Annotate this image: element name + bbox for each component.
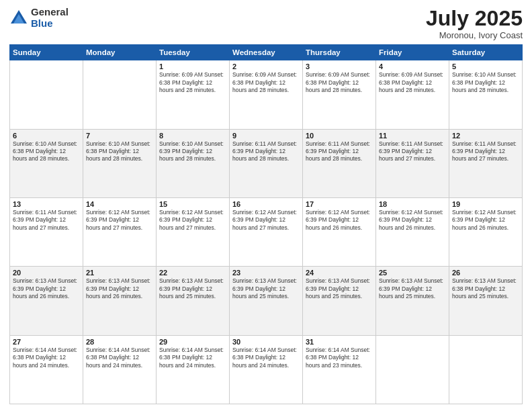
day-info: Sunrise: 6:10 AM Sunset: 6:38 PM Dayligh… [452, 71, 519, 94]
day-number: 19 [452, 200, 519, 208]
day-number: 27 [13, 338, 80, 346]
day-info: Sunrise: 6:14 AM Sunset: 6:38 PM Dayligh… [159, 347, 226, 369]
day-cell: 12Sunrise: 6:11 AM Sunset: 6:39 PM Dayli… [449, 129, 523, 197]
day-info: Sunrise: 6:14 AM Sunset: 6:38 PM Dayligh… [306, 347, 373, 369]
title-block: July 2025 Moronou, Ivory Coast [426, 7, 523, 40]
day-number: 13 [13, 200, 80, 208]
day-info: Sunrise: 6:13 AM Sunset: 6:39 PM Dayligh… [232, 277, 300, 300]
day-cell: 2Sunrise: 6:09 AM Sunset: 6:38 PM Daylig… [230, 60, 303, 129]
day-number: 7 [86, 132, 153, 140]
day-info: Sunrise: 6:12 AM Sunset: 6:39 PM Dayligh… [452, 209, 519, 232]
day-info: Sunrise: 6:13 AM Sunset: 6:39 PM Dayligh… [13, 277, 80, 300]
day-number: 4 [379, 62, 446, 71]
day-info: Sunrise: 6:12 AM Sunset: 6:39 PM Dayligh… [306, 209, 373, 232]
day-info: Sunrise: 6:10 AM Sunset: 6:38 PM Dayligh… [86, 140, 153, 163]
day-info: Sunrise: 6:14 AM Sunset: 6:38 PM Dayligh… [13, 347, 80, 369]
day-cell: 3Sunrise: 6:09 AM Sunset: 6:38 PM Daylig… [303, 60, 376, 129]
day-info: Sunrise: 6:13 AM Sunset: 6:39 PM Dayligh… [379, 277, 446, 300]
day-info: Sunrise: 6:11 AM Sunset: 6:39 PM Dayligh… [306, 140, 373, 163]
day-number: 1 [159, 62, 226, 71]
day-number: 22 [159, 269, 226, 277]
day-number: 12 [452, 132, 519, 140]
day-header-monday: Monday [83, 45, 157, 60]
day-info: Sunrise: 6:13 AM Sunset: 6:39 PM Dayligh… [159, 277, 226, 300]
day-header-saturday: Saturday [449, 45, 523, 60]
location: Moronou, Ivory Coast [426, 30, 523, 40]
month-title: July 2025 [426, 7, 523, 30]
page: General Blue July 2025 Moronou, Ivory Co… [0, 0, 532, 411]
day-info: Sunrise: 6:11 AM Sunset: 6:39 PM Dayligh… [13, 209, 80, 232]
day-cell: 13Sunrise: 6:11 AM Sunset: 6:39 PM Dayli… [10, 197, 83, 266]
day-info: Sunrise: 6:12 AM Sunset: 6:39 PM Dayligh… [232, 209, 300, 232]
day-number: 3 [306, 62, 373, 71]
day-info: Sunrise: 6:12 AM Sunset: 6:39 PM Dayligh… [159, 209, 226, 232]
day-cell: 11Sunrise: 6:11 AM Sunset: 6:39 PM Dayli… [376, 129, 449, 197]
day-number: 23 [232, 269, 300, 277]
day-header-tuesday: Tuesday [157, 45, 230, 60]
logo: General Blue [9, 7, 69, 29]
day-number: 31 [306, 338, 373, 346]
day-cell: 31Sunrise: 6:14 AM Sunset: 6:38 PM Dayli… [303, 335, 376, 404]
day-number: 15 [159, 200, 226, 208]
day-info: Sunrise: 6:14 AM Sunset: 6:38 PM Dayligh… [86, 347, 153, 369]
day-number: 2 [232, 62, 300, 71]
day-cell [83, 60, 157, 129]
day-info: Sunrise: 6:10 AM Sunset: 6:38 PM Dayligh… [13, 140, 80, 163]
day-number: 24 [306, 269, 373, 277]
day-cell: 30Sunrise: 6:14 AM Sunset: 6:38 PM Dayli… [230, 335, 303, 404]
day-info: Sunrise: 6:12 AM Sunset: 6:39 PM Dayligh… [86, 209, 153, 232]
day-cell: 6Sunrise: 6:10 AM Sunset: 6:38 PM Daylig… [10, 129, 83, 197]
day-cell: 15Sunrise: 6:12 AM Sunset: 6:39 PM Dayli… [157, 197, 230, 266]
header: General Blue July 2025 Moronou, Ivory Co… [9, 7, 523, 40]
day-number: 5 [452, 62, 519, 71]
day-cell: 8Sunrise: 6:10 AM Sunset: 6:39 PM Daylig… [157, 129, 230, 197]
day-info: Sunrise: 6:09 AM Sunset: 6:38 PM Dayligh… [232, 71, 300, 94]
header-row: SundayMondayTuesdayWednesdayThursdayFrid… [10, 45, 523, 60]
day-number: 28 [86, 338, 153, 346]
day-info: Sunrise: 6:11 AM Sunset: 6:39 PM Dayligh… [379, 140, 446, 163]
day-cell: 23Sunrise: 6:13 AM Sunset: 6:39 PM Dayli… [230, 267, 303, 335]
day-number: 20 [13, 269, 80, 277]
day-cell [376, 335, 449, 404]
day-info: Sunrise: 6:13 AM Sunset: 6:39 PM Dayligh… [86, 277, 153, 300]
day-cell: 9Sunrise: 6:11 AM Sunset: 6:39 PM Daylig… [230, 129, 303, 197]
logo-text: General Blue [31, 7, 69, 29]
day-cell: 4Sunrise: 6:09 AM Sunset: 6:38 PM Daylig… [376, 60, 449, 129]
day-header-thursday: Thursday [303, 45, 376, 60]
day-cell: 21Sunrise: 6:13 AM Sunset: 6:39 PM Dayli… [83, 267, 157, 335]
day-number: 6 [13, 132, 80, 140]
day-info: Sunrise: 6:13 AM Sunset: 6:39 PM Dayligh… [306, 277, 373, 300]
day-number: 9 [232, 132, 300, 140]
day-cell: 29Sunrise: 6:14 AM Sunset: 6:38 PM Dayli… [157, 335, 230, 404]
day-info: Sunrise: 6:10 AM Sunset: 6:39 PM Dayligh… [159, 140, 226, 163]
day-cell [449, 335, 523, 404]
day-number: 8 [159, 132, 226, 140]
day-number: 10 [306, 132, 373, 140]
day-number: 17 [306, 200, 373, 208]
day-number: 18 [379, 200, 446, 208]
day-cell: 26Sunrise: 6:13 AM Sunset: 6:38 PM Dayli… [449, 267, 523, 335]
week-row-2: 6Sunrise: 6:10 AM Sunset: 6:38 PM Daylig… [10, 129, 523, 197]
day-cell: 19Sunrise: 6:12 AM Sunset: 6:39 PM Dayli… [449, 197, 523, 266]
day-cell: 25Sunrise: 6:13 AM Sunset: 6:39 PM Dayli… [376, 267, 449, 335]
day-cell: 5Sunrise: 6:10 AM Sunset: 6:38 PM Daylig… [449, 60, 523, 129]
day-number: 25 [379, 269, 446, 277]
day-cell: 17Sunrise: 6:12 AM Sunset: 6:39 PM Dayli… [303, 197, 376, 266]
calendar: SundayMondayTuesdayWednesdayThursdayFrid… [9, 44, 523, 404]
day-info: Sunrise: 6:13 AM Sunset: 6:38 PM Dayligh… [452, 277, 519, 300]
day-cell: 18Sunrise: 6:12 AM Sunset: 6:39 PM Dayli… [376, 197, 449, 266]
day-number: 21 [86, 269, 153, 277]
logo-icon [9, 9, 28, 28]
day-info: Sunrise: 6:09 AM Sunset: 6:38 PM Dayligh… [306, 71, 373, 94]
day-info: Sunrise: 6:11 AM Sunset: 6:39 PM Dayligh… [232, 140, 300, 163]
day-info: Sunrise: 6:11 AM Sunset: 6:39 PM Dayligh… [452, 140, 519, 163]
logo-general: General [31, 7, 69, 18]
day-cell: 24Sunrise: 6:13 AM Sunset: 6:39 PM Dayli… [303, 267, 376, 335]
day-cell: 10Sunrise: 6:11 AM Sunset: 6:39 PM Dayli… [303, 129, 376, 197]
day-header-sunday: Sunday [10, 45, 83, 60]
week-row-4: 20Sunrise: 6:13 AM Sunset: 6:39 PM Dayli… [10, 267, 523, 335]
day-cell: 27Sunrise: 6:14 AM Sunset: 6:38 PM Dayli… [10, 335, 83, 404]
day-cell: 20Sunrise: 6:13 AM Sunset: 6:39 PM Dayli… [10, 267, 83, 335]
day-number: 26 [452, 269, 519, 277]
day-number: 30 [232, 338, 300, 346]
